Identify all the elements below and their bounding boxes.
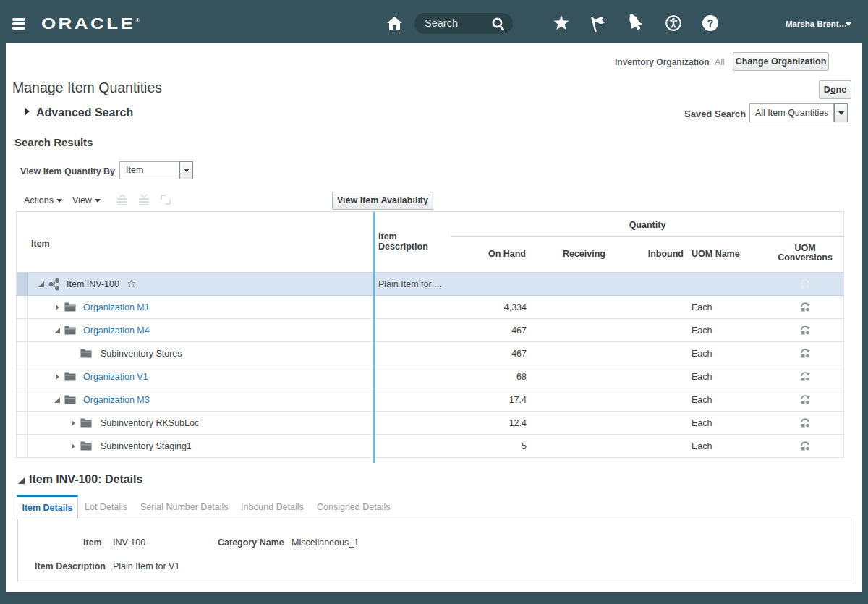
svg-text:?: ? bbox=[707, 17, 714, 29]
